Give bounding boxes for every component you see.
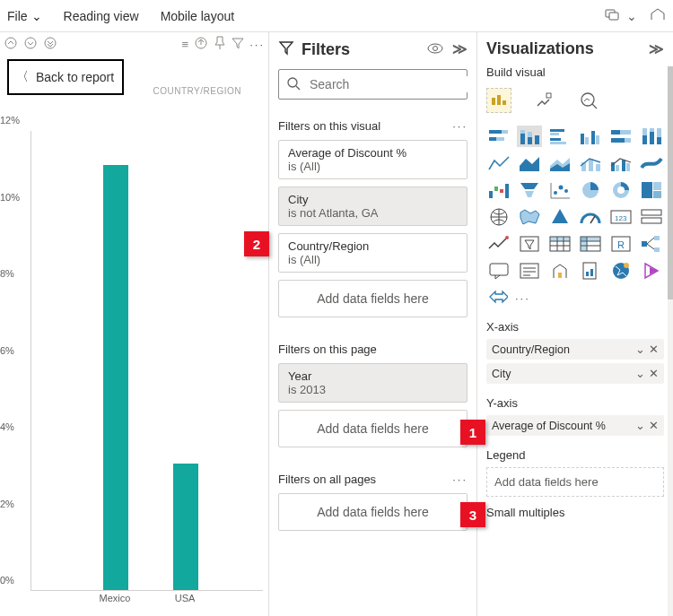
scrollbar-thumb[interactable] xyxy=(668,66,673,299)
r-visual-icon[interactable]: R xyxy=(608,233,634,255)
bar[interactable] xyxy=(103,165,128,590)
area-chart-icon[interactable] xyxy=(517,152,542,174)
line-stacked-column-icon[interactable] xyxy=(578,152,603,174)
svg-rect-52 xyxy=(626,163,630,171)
grip-icon[interactable]: ≡ xyxy=(182,38,189,51)
line-clustered-column-icon[interactable] xyxy=(608,152,634,174)
share-icon[interactable] xyxy=(650,7,666,24)
top-ribbon: File ⌄ Reading view Mobile layout ⌄ xyxy=(0,0,673,32)
paginated-report-icon[interactable] xyxy=(578,260,603,282)
field-name: City xyxy=(492,368,511,380)
svg-rect-104 xyxy=(583,263,596,279)
decomposition-tree-icon[interactable] xyxy=(639,233,664,255)
filled-map-icon[interactable] xyxy=(517,206,542,228)
arcgis-map-icon[interactable] xyxy=(608,260,634,282)
drill-up-icon[interactable] xyxy=(4,36,18,53)
power-automate-icon[interactable] xyxy=(639,260,664,282)
expand-all-icon[interactable] xyxy=(43,36,57,53)
analytics-tab[interactable] xyxy=(576,88,601,113)
chevron-down-icon[interactable]: ⌄ xyxy=(635,419,645,432)
export-icon[interactable] xyxy=(194,36,208,53)
filter-icon[interactable] xyxy=(232,37,244,52)
svg-rect-40 xyxy=(650,132,654,144)
clustered-column-chart-icon[interactable] xyxy=(578,126,603,147)
line-chart-icon[interactable] xyxy=(486,152,511,174)
kpi-icon[interactable] xyxy=(486,233,511,255)
azure-map-icon[interactable] xyxy=(547,206,572,228)
add-page-filter-drop[interactable]: Add data fields here xyxy=(278,410,468,447)
svg-point-77 xyxy=(505,236,509,239)
qna-visual-icon[interactable] xyxy=(486,260,511,282)
table-icon[interactable] xyxy=(547,233,572,255)
matrix-icon[interactable] xyxy=(578,233,603,255)
xaxis-field-pill[interactable]: City⌄✕ xyxy=(486,363,664,384)
yaxis-field-pill[interactable]: Average of Discount %⌄✕ xyxy=(486,415,664,436)
slicer-icon[interactable] xyxy=(517,233,542,255)
svg-point-61 xyxy=(554,191,557,195)
close-icon[interactable]: ✕ xyxy=(649,419,659,432)
svg-rect-30 xyxy=(585,137,589,144)
flow-icon[interactable] xyxy=(488,289,508,308)
xaxis-field-pill[interactable]: Country/Region⌄✕ xyxy=(486,339,664,360)
visual-filter-card[interactable]: Cityis not Atlanta, GA xyxy=(278,187,468,226)
gauge-chart-icon[interactable] xyxy=(578,206,603,228)
goals-visual-icon[interactable] xyxy=(547,260,572,282)
stacked-area-chart-icon[interactable] xyxy=(547,152,572,174)
svg-rect-20 xyxy=(520,134,525,144)
mobile-layout-button[interactable]: Mobile layout xyxy=(161,9,235,23)
more-icon[interactable]: ··· xyxy=(452,473,468,486)
visual-header-toolbar: ≡ ··· xyxy=(0,32,268,56)
chevron-down-icon[interactable]: ⌄ xyxy=(635,367,645,380)
y-tick: 2% xyxy=(0,499,31,509)
smart-narrative-icon[interactable] xyxy=(517,260,542,282)
map-icon[interactable] xyxy=(486,206,511,228)
close-icon[interactable]: ✕ xyxy=(649,367,659,380)
stacked-column-chart-icon[interactable] xyxy=(517,126,542,147)
hundred-stacked-bar-icon[interactable] xyxy=(608,126,634,147)
visual-filter-card[interactable]: Average of Discount %is (All) xyxy=(278,140,468,179)
drill-down-icon[interactable] xyxy=(23,36,38,53)
waterfall-chart-icon[interactable] xyxy=(486,179,511,201)
hundred-stacked-column-icon[interactable] xyxy=(639,126,664,147)
visual-filter-card[interactable]: Country/Regionis (All) xyxy=(278,233,468,273)
build-visual-tab[interactable] xyxy=(486,88,511,113)
multi-row-card-icon[interactable] xyxy=(639,206,664,228)
filter-search[interactable] xyxy=(278,69,468,100)
stacked-bar-chart-icon[interactable] xyxy=(486,126,511,147)
card-icon[interactable]: 123 xyxy=(608,206,634,228)
funnel-chart-icon[interactable] xyxy=(517,179,542,201)
back-to-report-button[interactable]: 〈 Back to report xyxy=(7,59,124,95)
chevron-down-icon[interactable]: ⌄ xyxy=(626,9,637,23)
clustered-bar-chart-icon[interactable] xyxy=(547,126,572,147)
bar[interactable] xyxy=(173,464,198,590)
refresh-group-icon[interactable] xyxy=(605,7,621,24)
scatter-chart-icon[interactable] xyxy=(547,179,572,201)
donut-chart-icon[interactable] xyxy=(608,179,634,201)
format-visual-tab[interactable] xyxy=(531,88,556,113)
file-menu[interactable]: File ⌄ xyxy=(7,9,42,23)
add-all-filter-drop[interactable]: Add data fields here xyxy=(278,493,468,531)
chevron-down-icon[interactable]: ⌄ xyxy=(635,343,645,356)
reading-view-button[interactable]: Reading view xyxy=(64,9,139,23)
svg-rect-28 xyxy=(550,142,566,144)
legend-drop[interactable]: Add data fields here xyxy=(486,467,664,497)
collapse-pane-icon[interactable]: ≫ xyxy=(649,40,664,57)
svg-rect-68 xyxy=(653,182,661,190)
pin-icon[interactable] xyxy=(214,36,226,53)
treemap-chart-icon[interactable] xyxy=(639,179,664,201)
eye-icon[interactable] xyxy=(427,40,443,59)
collapse-pane-icon[interactable]: ≫ xyxy=(452,40,468,59)
annotation-callout-2: 2 xyxy=(244,231,269,256)
page-filter-card[interactable]: Yearis 2013 xyxy=(278,363,468,403)
small-multiples-label: Small multiples xyxy=(486,506,664,519)
more-icon[interactable]: ··· xyxy=(452,119,468,133)
close-icon[interactable]: ✕ xyxy=(649,343,659,356)
bar-chart[interactable]: 0%2%4%6%8%10%12% xyxy=(0,131,263,591)
add-visual-filter-drop[interactable]: Add data fields here xyxy=(278,280,468,317)
ribbon-chart-icon[interactable] xyxy=(639,152,664,174)
svg-rect-50 xyxy=(616,165,619,171)
more-viz-icon[interactable]: ··· xyxy=(515,291,530,305)
more-icon[interactable]: ··· xyxy=(249,38,265,51)
search-input[interactable] xyxy=(308,76,468,92)
pie-chart-icon[interactable] xyxy=(578,179,603,201)
